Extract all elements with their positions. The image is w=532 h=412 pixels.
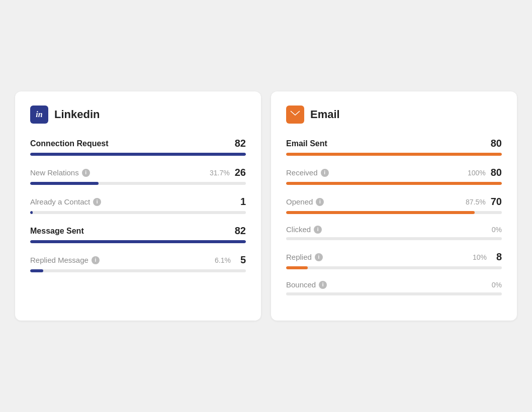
replied-message-percent: 6.1% bbox=[215, 256, 231, 264]
connection-request-label: Connection Request bbox=[30, 139, 109, 148]
new-relations-bar-bg bbox=[30, 182, 246, 185]
already-contact-count: 1 bbox=[236, 196, 246, 208]
replied-count: 8 bbox=[492, 251, 502, 263]
new-relations-label: New Relations bbox=[30, 168, 79, 177]
received-bar-fill bbox=[286, 182, 502, 185]
already-contact-label: Already a Contact bbox=[30, 197, 90, 206]
email-title: Email bbox=[310, 108, 340, 121]
received-count: 80 bbox=[491, 167, 502, 178]
received-percent: 100% bbox=[468, 169, 486, 177]
linkedin-title: Linkedin bbox=[54, 108, 100, 121]
metric-connection-request: Connection Request 82 bbox=[30, 138, 246, 156]
metric-bounced: Bounced i 0% bbox=[286, 280, 502, 295]
received-bar-bg bbox=[286, 182, 502, 185]
clicked-info-icon[interactable]: i bbox=[314, 226, 322, 234]
received-info-icon[interactable]: i bbox=[321, 169, 329, 177]
bounced-info-icon[interactable]: i bbox=[319, 281, 327, 289]
metric-received: Received i 100% 80 bbox=[286, 167, 502, 185]
bounced-label: Bounced bbox=[286, 280, 316, 289]
metric-replied: Replied i 10% 8 bbox=[286, 251, 502, 269]
new-relations-count: 26 bbox=[235, 167, 246, 178]
message-sent-count: 82 bbox=[235, 225, 246, 237]
main-container: in Linkedin Connection Request 82 Ne bbox=[0, 76, 532, 336]
opened-bar-fill bbox=[286, 211, 475, 214]
email-card: Email Email Sent 80 Received i bbox=[271, 91, 517, 321]
opened-count: 70 bbox=[491, 196, 502, 208]
email-icon bbox=[286, 106, 304, 124]
replied-message-count: 5 bbox=[236, 254, 246, 266]
metric-replied-message: Replied Message i 6.1% 5 bbox=[30, 254, 246, 272]
email-sent-bar-fill bbox=[286, 153, 502, 156]
connection-request-bar-fill bbox=[30, 153, 246, 156]
metric-email-sent: Email Sent 80 bbox=[286, 138, 502, 156]
new-relations-info-icon[interactable]: i bbox=[82, 169, 90, 177]
replied-message-bar-bg bbox=[30, 269, 246, 272]
linkedin-header: in Linkedin bbox=[30, 106, 246, 124]
metric-opened: Opened i 87.5% 70 bbox=[286, 196, 502, 214]
already-contact-bar-fill bbox=[30, 211, 33, 214]
already-contact-bar-bg bbox=[30, 211, 246, 214]
connection-request-bar-bg bbox=[30, 153, 246, 156]
replied-bar-fill bbox=[286, 266, 308, 269]
replied-message-info-icon[interactable]: i bbox=[92, 256, 100, 264]
message-sent-bar-bg bbox=[30, 240, 246, 243]
metric-already-contact: Already a Contact i 1 bbox=[30, 196, 246, 214]
email-header: Email bbox=[286, 106, 502, 124]
replied-label: Replied bbox=[286, 253, 312, 261]
bounced-bar-bg bbox=[286, 292, 502, 295]
new-relations-percent: 31.7% bbox=[210, 169, 230, 177]
clicked-label: Clicked bbox=[286, 225, 311, 234]
opened-bar-bg bbox=[286, 211, 502, 214]
message-sent-bar-fill bbox=[30, 240, 246, 243]
metric-message-sent: Message Sent 82 bbox=[30, 225, 246, 243]
message-sent-label: Message Sent bbox=[30, 227, 84, 236]
metric-clicked: Clicked i 0% bbox=[286, 225, 502, 240]
already-contact-info-icon[interactable]: i bbox=[93, 198, 101, 206]
opened-percent: 87.5% bbox=[466, 198, 486, 206]
bounced-percent: 0% bbox=[492, 281, 502, 289]
replied-percent: 10% bbox=[473, 253, 487, 261]
linkedin-icon: in bbox=[30, 106, 48, 124]
replied-bar-bg bbox=[286, 266, 502, 269]
received-label: Received bbox=[286, 168, 318, 177]
new-relations-bar-fill bbox=[30, 182, 99, 185]
metric-new-relations: New Relations i 31.7% 26 bbox=[30, 167, 246, 185]
clicked-percent: 0% bbox=[492, 226, 502, 234]
linkedin-card: in Linkedin Connection Request 82 Ne bbox=[15, 91, 261, 321]
connection-request-count: 82 bbox=[235, 138, 246, 149]
replied-message-label: Replied Message bbox=[30, 256, 88, 264]
opened-label: Opened bbox=[286, 197, 313, 206]
email-sent-count: 80 bbox=[491, 138, 502, 149]
email-sent-label: Email Sent bbox=[286, 139, 327, 148]
replied-info-icon[interactable]: i bbox=[315, 253, 323, 261]
replied-message-bar-fill bbox=[30, 269, 43, 272]
email-sent-bar-bg bbox=[286, 153, 502, 156]
opened-info-icon[interactable]: i bbox=[316, 198, 324, 206]
clicked-bar-bg bbox=[286, 237, 502, 240]
